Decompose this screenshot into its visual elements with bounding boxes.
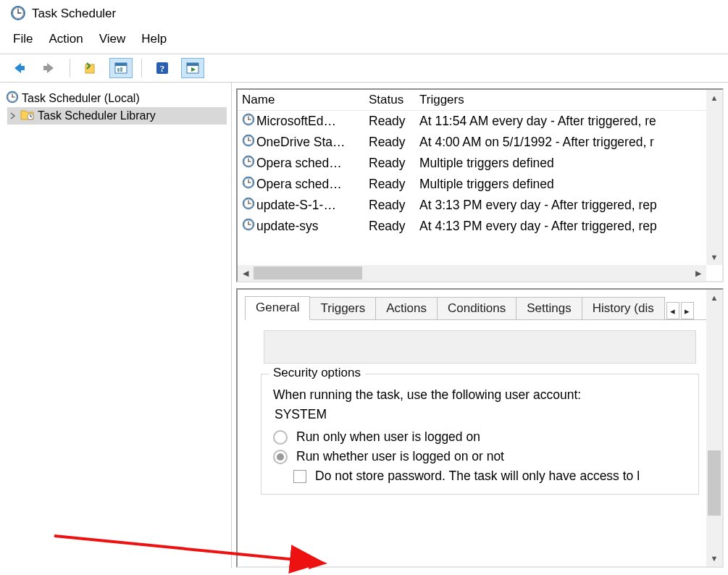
task-status: Ready bbox=[369, 219, 419, 234]
tree-library-label: Task Scheduler Library bbox=[38, 109, 156, 122]
task-status: Ready bbox=[369, 156, 419, 171]
forward-button[interactable] bbox=[38, 58, 61, 78]
chevron-right-icon[interactable] bbox=[9, 112, 17, 120]
task-row[interactable]: Opera sched… Ready Multiple triggers def… bbox=[238, 174, 722, 195]
folder-clock-icon bbox=[20, 108, 35, 124]
tree-library[interactable]: Task Scheduler Library bbox=[7, 107, 227, 125]
radio-label: Run only when user is logged on bbox=[296, 429, 480, 445]
security-account: SYSTEM bbox=[275, 407, 687, 422]
tab-history[interactable]: History (dis bbox=[582, 297, 665, 320]
scroll-up-icon[interactable]: ▲ bbox=[706, 90, 722, 106]
refresh-button[interactable] bbox=[109, 58, 133, 78]
task-trigger: At 3:13 PM every day - After triggered, … bbox=[419, 198, 722, 213]
tab-settings[interactable]: Settings bbox=[516, 297, 582, 320]
back-button[interactable] bbox=[7, 58, 30, 78]
horizontal-scrollbar[interactable]: ◀ ▶ bbox=[238, 265, 706, 281]
properties-button[interactable] bbox=[79, 58, 102, 78]
content-panel: Name Status Triggers MicrosoftEd… Ready … bbox=[232, 83, 728, 568]
tree-panel: Task Scheduler (Local) Task Scheduler Li… bbox=[0, 83, 232, 568]
tab-actions[interactable]: Actions bbox=[375, 297, 438, 320]
app-icon bbox=[10, 5, 26, 23]
tree-root-label: Task Scheduler (Local) bbox=[22, 92, 140, 105]
scroll-thumb[interactable] bbox=[708, 450, 721, 516]
task-trigger: At 11:54 AM every day - After triggered,… bbox=[419, 114, 722, 129]
tree-root[interactable]: Task Scheduler (Local) bbox=[4, 90, 227, 107]
security-options-legend: Security options bbox=[269, 366, 365, 380]
tab-content-general: Security options When running the task, … bbox=[245, 319, 715, 566]
task-status: Ready bbox=[369, 135, 419, 150]
menu-help[interactable]: Help bbox=[141, 32, 167, 46]
task-status: Ready bbox=[369, 114, 419, 129]
tab-scroll-left[interactable]: ◂ bbox=[666, 302, 679, 319]
task-status: Ready bbox=[369, 177, 419, 192]
clock-icon bbox=[242, 176, 255, 193]
clock-icon bbox=[242, 155, 255, 172]
svg-rect-8 bbox=[115, 63, 127, 66]
tab-triggers[interactable]: Triggers bbox=[309, 297, 376, 320]
task-status: Ready bbox=[369, 198, 419, 213]
task-name: MicrosoftEd… bbox=[256, 114, 336, 129]
tab-scroll-right[interactable]: ▸ bbox=[681, 302, 694, 319]
toolbar-separator bbox=[70, 59, 70, 77]
task-row[interactable]: MicrosoftEd… Ready At 11:54 AM every day… bbox=[238, 111, 722, 132]
radio-icon[interactable] bbox=[273, 450, 288, 464]
task-rows: MicrosoftEd… Ready At 11:54 AM every day… bbox=[238, 111, 722, 281]
menu-view[interactable]: View bbox=[99, 32, 126, 46]
svg-rect-9 bbox=[117, 68, 120, 72]
description-box bbox=[264, 330, 696, 364]
task-row[interactable]: OneDrive Sta… Ready At 4:00 AM on 5/1/19… bbox=[238, 132, 722, 153]
svg-rect-14 bbox=[187, 63, 198, 66]
task-list-headers: Name Status Triggers bbox=[238, 90, 722, 111]
scroll-thumb[interactable] bbox=[254, 266, 362, 280]
task-row[interactable]: update-sys Ready At 4:13 PM every day - … bbox=[238, 216, 722, 237]
task-name: update-sys bbox=[256, 219, 319, 234]
clock-icon bbox=[6, 91, 19, 106]
col-header-name[interactable]: Name bbox=[242, 93, 369, 107]
task-details: General Triggers Actions Conditions Sett… bbox=[236, 288, 724, 568]
checkbox-icon[interactable] bbox=[293, 470, 306, 483]
task-name: Opera sched… bbox=[256, 177, 342, 192]
help-button[interactable]: ? bbox=[151, 58, 174, 78]
task-row[interactable]: Opera sched… Ready Multiple triggers def… bbox=[238, 153, 722, 174]
task-name: update-S-1-… bbox=[256, 198, 336, 213]
radio-run-whether[interactable]: Run whether user is logged on or not bbox=[273, 449, 687, 464]
task-trigger: At 4:00 AM on 5/1/1992 - After triggered… bbox=[419, 135, 722, 150]
main-area: Task Scheduler (Local) Task Scheduler Li… bbox=[0, 83, 728, 568]
clock-icon bbox=[242, 113, 255, 130]
radio-label: Run whether user is logged on or not bbox=[296, 449, 504, 464]
radio-icon[interactable] bbox=[273, 430, 288, 445]
tab-general[interactable]: General bbox=[245, 296, 310, 320]
menu-bar: File Action View Help bbox=[0, 28, 728, 54]
clock-icon bbox=[242, 197, 255, 214]
scroll-down-icon[interactable]: ▼ bbox=[706, 249, 722, 265]
scroll-left-icon[interactable]: ◀ bbox=[238, 265, 254, 281]
task-row[interactable]: update-S-1-… Ready At 3:13 PM every day … bbox=[238, 195, 722, 216]
task-trigger: Multiple triggers defined bbox=[419, 156, 722, 171]
toolbar-separator bbox=[141, 59, 142, 77]
scroll-up-icon[interactable]: ▲ bbox=[706, 290, 722, 306]
tab-conditions[interactable]: Conditions bbox=[437, 297, 516, 320]
col-header-status[interactable]: Status bbox=[369, 93, 419, 107]
scroll-right-icon[interactable]: ▶ bbox=[690, 265, 706, 281]
run-button[interactable] bbox=[181, 58, 204, 78]
vertical-scrollbar[interactable]: ▲ ▼ bbox=[706, 290, 722, 566]
tab-strip: General Triggers Actions Conditions Sett… bbox=[238, 290, 722, 319]
clock-icon bbox=[242, 134, 255, 151]
vertical-scrollbar[interactable]: ▲ ▼ bbox=[706, 90, 722, 265]
menu-file[interactable]: File bbox=[13, 32, 33, 46]
title-bar: Task Scheduler bbox=[0, 0, 728, 28]
task-name: OneDrive Sta… bbox=[256, 135, 346, 150]
clock-icon bbox=[242, 218, 255, 235]
radio-run-logged-on[interactable]: Run only when user is logged on bbox=[273, 429, 687, 445]
scroll-down-icon[interactable]: ▼ bbox=[706, 550, 722, 566]
svg-rect-4 bbox=[20, 66, 25, 70]
svg-rect-10 bbox=[120, 67, 122, 72]
svg-text:?: ? bbox=[160, 63, 165, 74]
task-name: Opera sched… bbox=[256, 156, 342, 171]
security-prompt: When running the task, use the following… bbox=[273, 387, 687, 403]
check-label: Do not store password. The task will onl… bbox=[315, 469, 640, 484]
check-do-not-store-password[interactable]: Do not store password. The task will onl… bbox=[293, 469, 687, 484]
menu-action[interactable]: Action bbox=[49, 32, 83, 46]
task-list: Name Status Triggers MicrosoftEd… Ready … bbox=[236, 88, 724, 282]
col-header-triggers[interactable]: Triggers bbox=[419, 93, 722, 107]
